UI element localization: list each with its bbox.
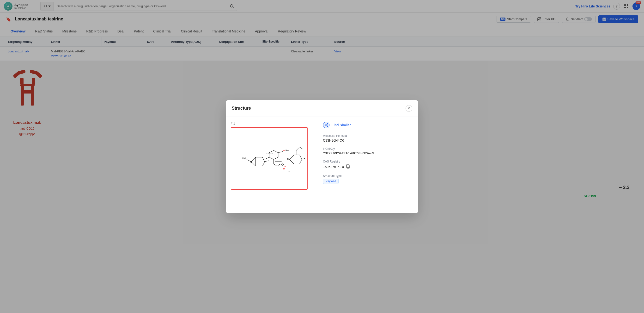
molecular-formula-label: Molecular Formula [323, 134, 412, 138]
svg-text:O: O [283, 168, 285, 170]
structure-type-section: Structure Type Payload [323, 174, 412, 184]
svg-point-82 [327, 123, 328, 124]
inchikey-section: InChIKey YMTZZJOPSATRTO-GOTSBHOMSA-N [323, 147, 412, 155]
structure-image-svg: N O O H₃C [233, 130, 305, 187]
svg-point-81 [325, 124, 326, 126]
modal-header: Structure × [226, 100, 418, 117]
svg-text:CH₃: CH₃ [287, 170, 290, 172]
find-similar-label: Find Similar [332, 123, 351, 127]
find-similar-icon [323, 122, 330, 128]
svg-text:O: O [270, 158, 271, 161]
structure-image-box: N O O H₃C [231, 127, 308, 190]
modal-body: # 1 [226, 117, 418, 205]
svg-text:O: O [273, 153, 274, 156]
modal-title: Structure [232, 106, 251, 111]
svg-text:O: O [264, 154, 266, 157]
inchikey-label: InChIKey [323, 147, 412, 150]
svg-text:CH₃: CH₃ [286, 149, 289, 151]
modal-right-panel: Find Similar Molecular Formula C33H36N4O… [317, 117, 418, 205]
structure-number: # 1 [231, 122, 312, 125]
svg-rect-87 [346, 165, 349, 168]
svg-text:O: O [283, 149, 285, 152]
structure-type-label: Structure Type [323, 174, 412, 178]
cas-label: CAS Registry [323, 160, 412, 163]
cas-section: CAS Registry 1595275-71-0 [323, 160, 412, 169]
modal-close-button[interactable]: × [406, 105, 412, 112]
svg-text:N: N [250, 161, 252, 163]
modal-left-panel: # 1 [226, 117, 317, 205]
cas-row: 1595275-71-0 [323, 164, 412, 169]
inchikey-value: YMTZZJOPSATRTO-GOTSBHOMSA-N [323, 151, 412, 155]
svg-text:N: N [287, 158, 289, 161]
svg-point-83 [327, 126, 328, 127]
structure-type-badge: Payload [323, 179, 338, 184]
cas-value: 1595275-71-0 [323, 165, 344, 169]
copy-icon[interactable] [346, 164, 350, 169]
structure-modal: Structure × # 1 [226, 100, 418, 205]
svg-text:O: O [284, 165, 286, 168]
svg-point-80 [323, 122, 330, 128]
modal-overlay[interactable]: Structure × # 1 [0, 0, 644, 205]
molecular-formula-value: C33H36N4O6 [323, 138, 412, 142]
molecular-formula-section: Molecular Formula C33H36N4O6 [323, 134, 412, 142]
find-similar-button[interactable]: Find Similar [323, 122, 412, 128]
svg-text:H₃C: H₃C [242, 157, 246, 159]
